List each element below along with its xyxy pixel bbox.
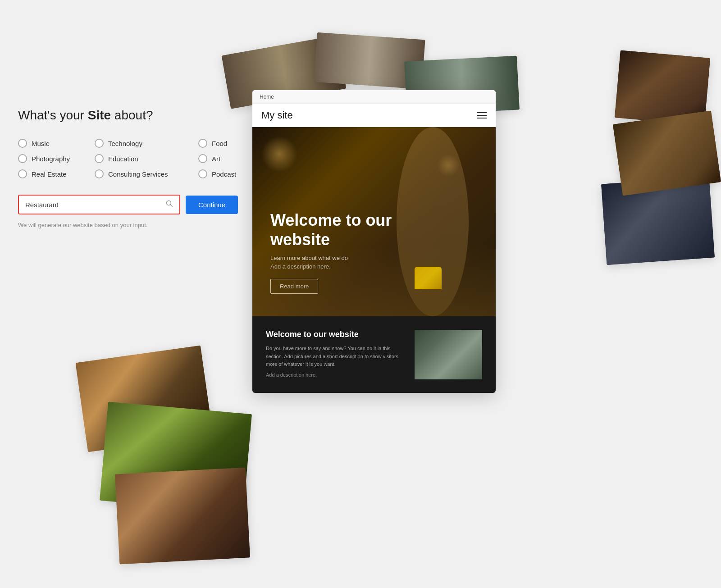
category-realestate-label: Real Estate — [32, 170, 67, 178]
food-photo-1 — [75, 345, 213, 452]
radio-podcast[interactable] — [198, 169, 207, 178]
hero-section: Welcome to our website Learn more about … — [252, 127, 496, 316]
radio-photography[interactable] — [18, 154, 27, 163]
left-panel: What's your Site about? Music Technology… — [18, 108, 261, 228]
continue-button[interactable]: Continue — [186, 196, 238, 214]
food-photo-2 — [100, 401, 252, 513]
bottom-text-column: Welcome to our website Do you have more … — [266, 330, 406, 378]
category-art-label: Art — [212, 155, 220, 163]
site-title: My site — [261, 109, 293, 121]
hamburger-menu-icon[interactable] — [477, 112, 487, 119]
radio-art[interactable] — [198, 154, 207, 163]
preview-header: My site — [252, 104, 496, 127]
preview-bottom-section: Welcome to our website Do you have more … — [252, 316, 496, 393]
browser-tab-label: Home — [260, 94, 274, 100]
bottom-description: Add a description here. — [266, 372, 406, 378]
radio-education[interactable] — [95, 154, 104, 163]
radio-music[interactable] — [18, 139, 27, 148]
hero-title: Welcome to our website — [270, 210, 397, 249]
search-input[interactable] — [25, 201, 162, 209]
categories-grid: Music Technology Food Photography Educat… — [18, 139, 261, 178]
category-music[interactable]: Music — [18, 139, 95, 148]
preview-window: Home My site Welcome to our website Lear… — [252, 90, 496, 393]
category-photography[interactable]: Photography — [18, 154, 95, 163]
category-technology-label: Technology — [108, 140, 142, 147]
category-technology[interactable]: Technology — [95, 139, 198, 148]
hero-gradient-overlay — [252, 244, 496, 316]
category-consulting-label: Consulting Services — [108, 170, 168, 178]
radio-realestate[interactable] — [18, 169, 27, 178]
bottom-image — [415, 330, 482, 379]
category-food-label: Food — [212, 140, 227, 147]
scattered-photo-restaurant-2 — [615, 50, 710, 126]
question-title: What's your Site about? — [18, 108, 261, 123]
radio-technology[interactable] — [95, 139, 104, 148]
radio-consulting[interactable] — [95, 169, 104, 178]
hint-text: We will generate our website based on yo… — [18, 222, 261, 228]
category-realestate[interactable]: Real Estate — [18, 169, 95, 178]
scattered-photo-restaurant-1 — [601, 177, 715, 265]
browser-bar: Home — [252, 90, 496, 104]
scattered-photo-2 — [314, 32, 425, 89]
category-consulting[interactable]: Consulting Services — [95, 169, 198, 178]
search-box[interactable] — [18, 195, 180, 214]
scattered-photo-restaurant-3 — [613, 110, 721, 196]
food-photo-3 — [115, 468, 250, 565]
bottom-body-text: Do you have more to say and show? You ca… — [266, 345, 406, 369]
category-education-label: Education — [108, 155, 138, 163]
category-photography-label: Photography — [32, 155, 70, 163]
search-icon — [166, 200, 173, 209]
search-row: Continue — [18, 195, 261, 214]
svg-line-1 — [171, 205, 173, 207]
radio-food[interactable] — [198, 139, 207, 148]
category-music-label: Music — [32, 140, 49, 147]
category-podcast-label: Podcast — [212, 170, 236, 178]
category-education[interactable]: Education — [95, 154, 198, 163]
bottom-title: Welcome to our website — [266, 330, 406, 339]
hero-bokeh-1 — [261, 136, 297, 172]
hero-cup — [415, 267, 442, 289]
